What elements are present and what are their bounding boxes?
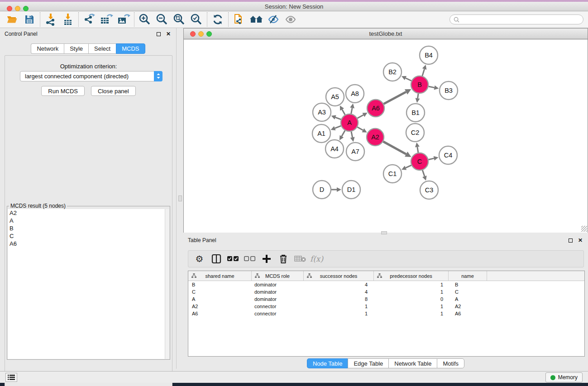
hide-graphics-details-icon[interactable]	[282, 12, 299, 27]
table-cell[interactable]: A2	[188, 303, 252, 310]
network-minimize-button[interactable]	[198, 31, 204, 37]
import-network-from-file-icon[interactable]	[42, 12, 59, 27]
tab-motifs[interactable]: Motifs	[437, 358, 464, 368]
table-cell[interactable]: B	[449, 281, 487, 288]
table-cell[interactable]: C	[188, 288, 252, 295]
close-panel-button[interactable]: Close panel	[91, 86, 136, 96]
table-cell[interactable]: C	[449, 288, 487, 295]
zoom-selected-icon[interactable]	[188, 12, 205, 27]
minimize-window-button[interactable]	[15, 6, 20, 11]
tab-node-table[interactable]: Node Table	[307, 358, 348, 368]
edge-C-C3[interactable]	[422, 170, 425, 176]
table-cell[interactable]: 1	[374, 303, 449, 310]
table-cell[interactable]: dominator	[252, 281, 304, 288]
tab-edge-table[interactable]: Edge Table	[348, 358, 388, 368]
table-cell[interactable]: 8	[304, 295, 374, 303]
network-maximize-button[interactable]	[206, 31, 212, 37]
select-all-columns-icon[interactable]	[225, 252, 240, 266]
zoom-fit-icon[interactable]	[171, 12, 188, 27]
edge-C-C4[interactable]	[429, 158, 434, 160]
edge-A-A5[interactable]	[342, 110, 345, 115]
table-cell[interactable]: connector	[252, 310, 304, 317]
edge-B-B4[interactable]	[422, 69, 425, 76]
delete-column-icon[interactable]	[276, 252, 291, 266]
maximize-window-button[interactable]	[23, 6, 29, 11]
table-cell[interactable]: 0	[374, 295, 449, 303]
table-float-panel-icon[interactable]	[567, 237, 574, 243]
column-header-name[interactable]: name	[449, 271, 487, 281]
search-input[interactable]	[459, 16, 583, 23]
table-row[interactable]: Adominator80A	[188, 295, 584, 303]
edge-A-A1[interactable]	[335, 126, 341, 128]
table-cell[interactable]: dominator	[252, 288, 304, 295]
zoom-in-icon[interactable]	[136, 12, 153, 27]
show-columns-icon[interactable]	[209, 252, 224, 266]
table-cell[interactable]: A6	[449, 310, 487, 317]
network-canvas[interactable]: B4B2BB3A5A8A6A3B1AA1C2A2A4A7C4CC1C3DD1	[184, 40, 588, 233]
tab-style[interactable]: Style	[64, 43, 88, 54]
mcds-result-item[interactable]: C	[8, 232, 165, 240]
edge-C-C2[interactable]	[417, 147, 418, 153]
table-row[interactable]: Bdominator41B	[188, 281, 584, 288]
table-cell[interactable]: 1	[374, 288, 449, 295]
edge-B-B3[interactable]	[429, 86, 435, 88]
export-network-icon[interactable]	[81, 12, 98, 27]
table-cell[interactable]: connector	[252, 303, 304, 310]
horizontal-splitter-grip[interactable]	[381, 231, 387, 234]
export-image-icon[interactable]	[115, 12, 132, 27]
run-mcds-button[interactable]: Run MCDS	[41, 86, 85, 96]
function-builder-icon[interactable]: f(x)	[309, 252, 324, 266]
tab-select[interactable]: Select	[88, 43, 116, 54]
import-table-from-file-icon[interactable]	[59, 12, 76, 27]
mcds-result-scrollbar[interactable]	[165, 209, 169, 359]
edge-A-A6[interactable]	[358, 115, 363, 118]
mcds-result-item[interactable]: A6	[8, 240, 165, 248]
create-column-icon[interactable]	[259, 252, 274, 266]
clone-network-icon[interactable]	[230, 12, 248, 27]
edge-B-B2[interactable]	[406, 78, 411, 81]
table-close-panel-icon[interactable]: ✕	[577, 237, 583, 243]
table-cell[interactable]: A	[188, 295, 252, 303]
table-row[interactable]: A2connector11A2	[188, 303, 584, 310]
optimization-criterion-select[interactable]: largest connected component (directed)	[20, 71, 163, 81]
table-cell[interactable]: A6	[188, 310, 252, 317]
save-session-icon[interactable]	[21, 12, 38, 27]
table-cell[interactable]: 4	[304, 288, 374, 295]
edge-A6-B[interactable]	[384, 92, 406, 104]
export-table-icon[interactable]	[98, 12, 115, 27]
delete-table-icon[interactable]	[292, 252, 307, 266]
column-header-shared-name[interactable]: shared name	[188, 271, 252, 281]
edge-A-A7[interactable]	[351, 132, 353, 138]
close-panel-icon[interactable]: ✕	[165, 31, 172, 37]
column-header-mcds-role[interactable]: MCDS role	[252, 271, 304, 281]
edge-A2-C[interactable]	[383, 142, 406, 154]
edge-A-A2[interactable]	[357, 127, 363, 130]
window-resize-handle[interactable]	[581, 226, 587, 232]
table-cell[interactable]: 1	[304, 310, 374, 317]
open-session-icon[interactable]	[4, 12, 21, 27]
edge-A-A8[interactable]	[351, 108, 352, 114]
edge-A-A4[interactable]	[342, 130, 345, 136]
refresh-view-icon[interactable]	[209, 12, 226, 27]
close-window-button[interactable]	[7, 6, 12, 11]
tab-network[interactable]: Network	[31, 43, 64, 54]
edge-C-C1[interactable]	[406, 165, 411, 168]
table-cell[interactable]: A	[449, 295, 487, 303]
edge-B-B1[interactable]	[418, 94, 419, 99]
column-header-successor-nodes[interactable]: successor nodes	[304, 271, 374, 281]
search-field[interactable]	[449, 14, 583, 24]
table-settings-icon[interactable]: ⚙	[192, 252, 207, 266]
edge-A-A3[interactable]	[335, 117, 341, 119]
table-row[interactable]: Cdominator41C	[188, 288, 584, 295]
table-cell[interactable]: 1	[374, 310, 449, 317]
deselect-all-columns-icon[interactable]	[242, 252, 257, 266]
tab-mcds[interactable]: MCDS	[116, 43, 145, 54]
float-panel-icon[interactable]	[155, 31, 162, 37]
column-header-predecessor-nodes[interactable]: predecessor nodes	[374, 271, 449, 281]
table-cell[interactable]: 1	[374, 281, 449, 288]
show-graphics-details-icon[interactable]	[265, 12, 282, 27]
task-history-button[interactable]	[5, 373, 17, 382]
memory-button[interactable]: Memory	[545, 372, 583, 382]
table-row[interactable]: A6connector11A6	[188, 310, 584, 317]
table-cell[interactable]: B	[188, 281, 252, 288]
